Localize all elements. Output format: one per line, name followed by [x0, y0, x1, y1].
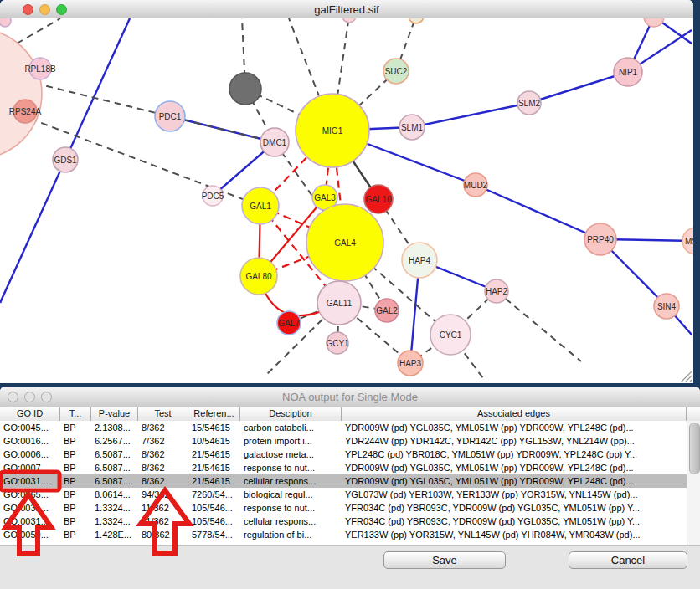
table-cell: 21/54615	[188, 448, 240, 461]
noa-window-titlebar: NOA output for Single Mode	[0, 387, 700, 408]
node-label-GCY1: GCY1	[326, 339, 349, 348]
table-cell: 8/362	[138, 461, 188, 474]
column-header-6[interactable]: Associated edges	[342, 407, 687, 421]
table-row[interactable]: GO:0007...BP6.5087...8/36221/54615respon…	[0, 461, 687, 474]
table-cell: 11/362	[138, 501, 188, 515]
table-cell: YDR244W (pp) YDR142C, YDR142C (pp) YGL15…	[342, 434, 687, 448]
table-cell: BP	[60, 434, 91, 448]
node-BIGL[interactable]	[0, 28, 42, 159]
table-cell: 8/362	[138, 448, 188, 461]
table-cell: 7/362	[138, 434, 188, 448]
table-cell: GO:0007...	[0, 461, 60, 474]
table-cell: YPL248C (pd) YBR018C, YML051W (pp) YDR00…	[342, 448, 687, 461]
node-label-GAL10: GAL10	[365, 195, 392, 204]
table-cell: YGL073W (pd) YER103W, YER133W (pp) YOR31…	[342, 488, 687, 501]
table-cell: YDR009W (pd) YGL035C, YML051W (pp) YDR00…	[342, 461, 687, 474]
table-cell: GO:0045...	[0, 421, 60, 434]
screen: { "network_window": { "title": "galFilte…	[0, 0, 700, 589]
node-label-PRP40: PRP40	[587, 235, 614, 244]
network-canvas[interactable]: RPL18BRPS24AGDS1PDC1PDC5DMC1MIG1SLM1SUC2…	[0, 18, 693, 383]
node-label-GAL3: GAL3	[314, 193, 336, 202]
column-header-5[interactable]: Desciption	[240, 407, 342, 421]
table-cell: carbon cataboli...	[240, 421, 342, 434]
table-cell: YDR009W (pd) YGL035C, YML051W (pp) YDR00…	[342, 421, 687, 434]
noa-output-window: NOA output for Single Mode GO IDT...P-va…	[0, 387, 700, 589]
network-edge	[497, 291, 581, 361]
node-label-RPL18B: RPL18B	[24, 64, 56, 74]
table-cell: 1.3324...	[91, 501, 138, 515]
window-title: galFiltered.sif	[0, 3, 693, 16]
column-header-2[interactable]: P-value	[91, 407, 138, 421]
table-cell: 21/54615	[188, 474, 240, 488]
node-label-HAP3: HAP3	[399, 359, 422, 368]
table-cell: BP	[60, 448, 91, 461]
node-label-GAL11: GAL11	[327, 299, 353, 308]
table-cell: 7260/54...	[188, 488, 240, 501]
table-cell: 15/54615	[188, 421, 240, 434]
table-row[interactable]: GO:0031...BP6.5087...8/36221/54615cellul…	[0, 474, 687, 488]
node-DARK[interactable]	[229, 73, 261, 105]
table-row[interactable]: GO:0065...BP8.0614...94/3627260/54...bio…	[0, 488, 687, 501]
column-header-4[interactable]: Referen...	[188, 407, 240, 421]
table-row[interactable]: GO:0031...BP1.3324...11/362105/546...res…	[0, 501, 687, 515]
table-cell: 1.3324...	[91, 515, 138, 528]
window-title: NOA output for Single Mode	[0, 391, 700, 403]
table-cell: biological regul...	[240, 488, 342, 501]
table-cell: BP	[60, 515, 91, 528]
network-edge	[17, 18, 60, 44]
table-cell: galactose meta...	[240, 448, 342, 461]
save-button[interactable]: Save	[383, 551, 506, 569]
node-label-NIP1: NIP1	[619, 68, 638, 77]
table-cell: BP	[60, 461, 91, 474]
node-label-HAP2: HAP2	[486, 287, 508, 296]
network-edge	[476, 185, 600, 239]
node-label-SIN4: SIN4	[657, 302, 677, 311]
table-row[interactable]: GO:0045...BP2.1308...8/36215/54615carbon…	[0, 421, 687, 434]
node-label-GAL80: GAL80	[245, 272, 272, 281]
vertical-scrollbar[interactable]	[687, 421, 700, 545]
table-cell: GO:0031...	[0, 501, 60, 515]
table-cell: GO:0006...	[0, 448, 60, 461]
table-cell: response to nut...	[240, 461, 342, 474]
table-cell: YER133W (pp) YOR315W, YNL145W (pd) YHR08…	[342, 528, 687, 541]
table-row[interactable]: GO:0050...BP1.428E...80/3625778/54...reg…	[0, 528, 687, 541]
table-cell: response to nut...	[240, 501, 342, 515]
table-cell: protein import i...	[240, 434, 342, 448]
network-edge	[529, 72, 628, 103]
node-CN1[interactable]	[342, 18, 356, 23]
node-label-PDC5: PDC5	[202, 192, 224, 201]
column-header-0[interactable]: GO ID	[0, 407, 60, 421]
node-label-PDC1: PDC1	[159, 112, 182, 121]
table-body: GO:0045...BP2.1308...8/36215/54615carbon…	[0, 421, 687, 545]
node-label-MUD2: MUD2	[464, 181, 488, 190]
column-header-1[interactable]: T...	[60, 407, 91, 421]
table-cell: 94/362	[138, 488, 188, 501]
table-cell: 10/54615	[188, 434, 240, 448]
table-row[interactable]: GO:0006...BP6.5087...8/36221/54615galact…	[0, 448, 687, 461]
table-row[interactable]: GO:0031...BP1.3324...11/362105/546...cel…	[0, 515, 687, 528]
resize-grip-icon[interactable]	[681, 371, 692, 382]
column-header-3[interactable]: Test	[138, 407, 188, 421]
table-cell: BP	[60, 528, 91, 541]
table-cell: 6.5087...	[91, 461, 138, 474]
table-cell: 80/362	[138, 528, 188, 541]
table-cell: YDR009W (pd) YGL035C, YML051W (pp) YDR00…	[342, 474, 687, 488]
node-CN2[interactable]	[409, 18, 424, 23]
table-cell: 105/546...	[188, 515, 240, 528]
node-label-GAL7: GAL7	[278, 319, 300, 328]
table-row[interactable]: GO:0016...BP6.2567...7/36210/54615protei…	[0, 434, 687, 448]
scrollbar-thumb[interactable]	[689, 423, 700, 474]
node-label-GAL1: GAL1	[250, 202, 271, 211]
table-cell: 2.1308...	[91, 421, 138, 434]
table-cell: BP	[60, 421, 91, 434]
network-window: galFiltered.sif RPL18BRPS24AGDS1PDC1PDC5…	[0, 0, 693, 383]
node-label-MSL1: MSL1	[685, 237, 693, 246]
table-cell: regulation of bi...	[240, 528, 342, 541]
cancel-button[interactable]: Cancel	[569, 551, 687, 569]
table-cell: BP	[60, 488, 91, 501]
node-label-SUC2: SUC2	[385, 67, 408, 76]
table-cell: 8.0614...	[91, 488, 138, 501]
node-CORNER[interactable]	[0, 18, 11, 27]
node-CN3[interactable]	[644, 18, 664, 27]
table-cell: 8/362	[138, 474, 188, 488]
